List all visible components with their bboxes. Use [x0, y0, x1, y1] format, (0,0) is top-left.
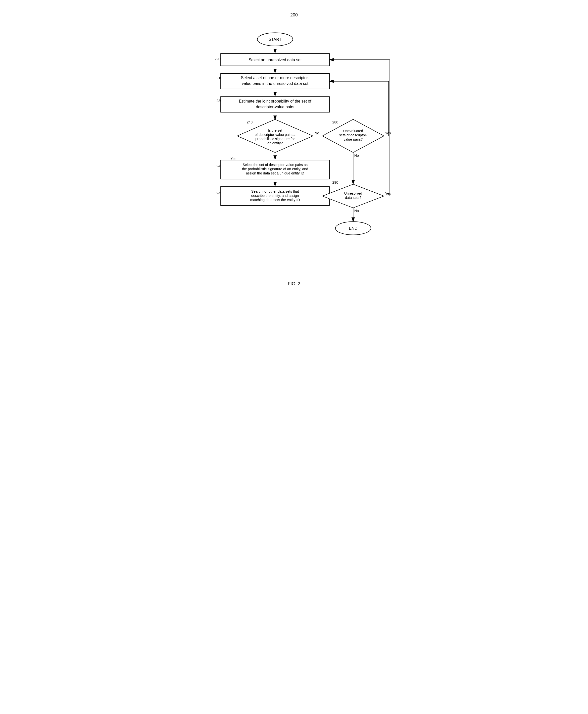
svg-text:START: START: [269, 37, 281, 42]
svg-text:describe the entity, and assig: describe the entity, and assign: [251, 193, 299, 198]
svg-text:No: No: [354, 154, 359, 158]
flowchart: START 205 Select an unresolved data set …: [197, 25, 391, 274]
svg-text:value pairs in the unresolved : value pairs in the unresolved data set: [242, 81, 309, 86]
svg-text:the probabilistic signature of: the probabilistic signature of an entity…: [242, 167, 308, 171]
svg-text:value pairs?: value pairs?: [343, 137, 363, 141]
svg-text:data sets?: data sets?: [345, 196, 361, 200]
svg-text:sets of descriptor-: sets of descriptor-: [339, 133, 368, 137]
svg-text:descriptor-value pairs: descriptor-value pairs: [256, 104, 294, 109]
svg-text:Estimate the joint probability: Estimate the joint probability of the se…: [239, 99, 311, 103]
svg-text:END: END: [349, 226, 357, 230]
svg-text:assign the data set a unique e: assign the data set a unique entity ID: [246, 171, 304, 175]
svg-text:290: 290: [332, 180, 338, 184]
fig-label: FIG. 2: [197, 281, 391, 286]
svg-text:240: 240: [247, 120, 253, 124]
svg-text:280: 280: [332, 120, 338, 124]
svg-text:No: No: [315, 131, 319, 135]
svg-text:Select the set of descriptor-v: Select the set of descriptor-value pairs…: [243, 163, 308, 167]
svg-text:Select an unresolved data set: Select an unresolved data set: [249, 58, 301, 62]
svg-text:Search for other data sets tha: Search for other data sets that: [251, 189, 299, 193]
diagram-title: 200: [197, 13, 391, 18]
svg-text:Is the set: Is the set: [268, 128, 282, 132]
svg-text:matching data sets the entity : matching data sets the entity ID: [250, 198, 300, 202]
svg-text:Unresolved: Unresolved: [344, 191, 362, 196]
svg-text:No: No: [354, 209, 359, 213]
svg-text:Unevaluated: Unevaluated: [343, 129, 363, 133]
svg-text:of descriptor-value pairs a: of descriptor-value pairs a: [255, 132, 295, 137]
page-container: 200 START 205 Select an unresolved data …: [192, 5, 396, 301]
svg-text:probabilistic signature for: probabilistic signature for: [255, 137, 295, 141]
svg-text:an entity?: an entity?: [267, 141, 283, 145]
svg-text:Select a set of one or more de: Select a set of one or more descriptor-: [241, 76, 310, 80]
